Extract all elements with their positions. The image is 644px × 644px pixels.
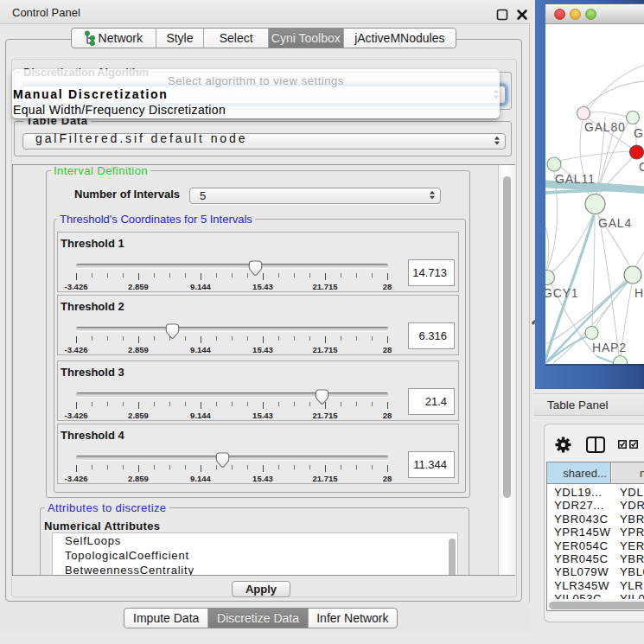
svg-text:H: H (634, 286, 644, 300)
svg-text:HAP2: HAP2 (592, 341, 627, 354)
svg-text:GAL4: GAL4 (598, 216, 632, 230)
svg-text:GCY1: GCY1 (545, 286, 578, 300)
svg-text:C: C (639, 160, 644, 174)
svg-text:GAL11: GAL11 (555, 172, 596, 186)
svg-text:GAL80: GAL80 (584, 120, 626, 134)
svg-text:GA: GA (634, 126, 644, 140)
